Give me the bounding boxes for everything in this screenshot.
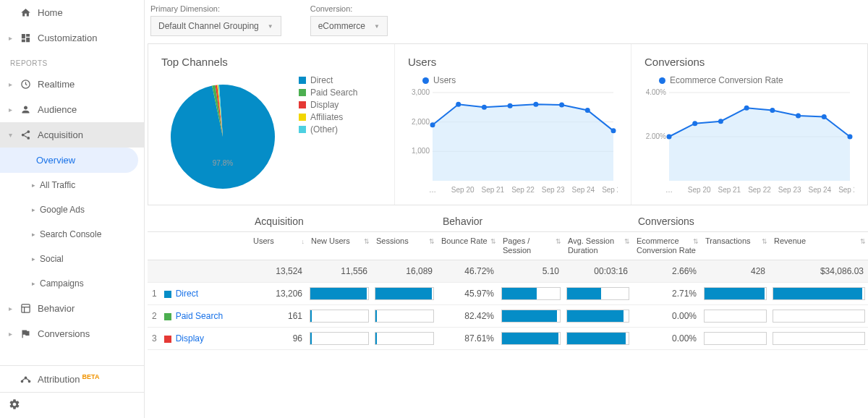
pie-chart[interactable]: 97.8% — [161, 75, 284, 198]
caret-down-icon: ▼ — [374, 23, 380, 30]
svg-point-6 — [28, 380, 30, 383]
nav-search-console[interactable]: ▸Search Console — [0, 222, 144, 247]
share-icon — [19, 129, 32, 140]
nav-acquisition[interactable]: ▾ Acquisition — [0, 122, 144, 148]
col-header[interactable]: Bounce Rate⇅ — [437, 232, 498, 260]
gear-icon — [9, 401, 20, 412]
bar-indicator — [773, 332, 865, 345]
conversions-line-chart[interactable]: 2.00%4.00%…Sep 20Sep 21Sep 22Sep 23Sep 2… — [644, 88, 854, 197]
group-acquisition: Acquisition — [249, 208, 437, 231]
svg-point-21 — [585, 108, 590, 113]
group-conversions: Conversions — [632, 208, 868, 231]
legend-item[interactable]: Affiliates — [299, 112, 357, 122]
col-header[interactable]: New Users⇅ — [307, 232, 372, 260]
card-title: Conversions — [644, 56, 854, 68]
expand-arrow-icon: ▸ — [32, 255, 35, 263]
nav-conversions[interactable]: ▸ Conversions — [0, 321, 144, 346]
nav-social[interactable]: ▸Social — [0, 247, 144, 271]
nav-realtime[interactable]: ▸ Realtime — [0, 72, 144, 97]
svg-point-35 — [692, 121, 697, 126]
expand-arrow-icon: ▸ — [9, 106, 14, 114]
expand-arrow-icon: ▸ — [32, 280, 35, 287]
users-legend[interactable]: Users — [422, 75, 618, 85]
svg-point-2 — [21, 134, 24, 137]
nav-audience-label: Audience — [38, 104, 77, 115]
svg-text:…: … — [429, 186, 436, 194]
legend-item[interactable]: Paid Search — [299, 88, 357, 98]
home-icon — [19, 7, 32, 18]
reports-section-label: REPORTS — [0, 51, 144, 72]
expand-arrow-icon: ▸ — [9, 34, 14, 42]
svg-text:Sep 21: Sep 21 — [481, 186, 504, 194]
nav-customization-label: Customization — [38, 33, 97, 43]
clock-icon — [19, 79, 32, 90]
legend-item[interactable]: Display — [299, 100, 357, 110]
nav-google-ads[interactable]: ▸Google Ads — [0, 197, 144, 222]
nav-attribution[interactable]: AttributionBETA — [0, 366, 144, 392]
settings-button[interactable] — [0, 392, 144, 418]
users-line-chart[interactable]: 1,0002,0003,000…Sep 20Sep 21Sep 22Sep 23… — [408, 88, 618, 197]
nav-home[interactable]: Home — [0, 0, 144, 25]
nav-audience[interactable]: ▸ Audience — [0, 97, 144, 122]
bar-indicator — [566, 287, 629, 300]
pie-legend: DirectPaid SearchDisplayAffiliates(Other… — [299, 75, 357, 137]
svg-text:…: … — [665, 186, 673, 194]
card-conversions: Conversions Ecommerce Conversion Rate 2.… — [631, 44, 867, 205]
expand-arrow-icon: ▸ — [9, 330, 14, 338]
svg-point-36 — [718, 119, 723, 124]
svg-point-34 — [667, 135, 672, 140]
svg-text:Sep 23: Sep 23 — [778, 186, 801, 194]
svg-point-16 — [456, 102, 461, 107]
primary-dimension-dropdown[interactable]: Default Channel Grouping ▼ — [150, 16, 281, 36]
card-top-channels: Top Channels 97.8% DirectPaid SearchDisp… — [148, 44, 394, 205]
col-header[interactable]: Transactions⇅ — [701, 232, 770, 260]
nav-behavior[interactable]: ▸ Behavior — [0, 296, 144, 321]
bar-indicator — [566, 310, 629, 323]
nav-overview[interactable]: Overview — [0, 148, 138, 173]
attribution-icon — [19, 373, 32, 384]
col-header[interactable]: Ecommerce Conversion Rate⇅ — [632, 232, 701, 260]
col-header[interactable]: Revenue⇅ — [770, 232, 868, 260]
dot-icon — [659, 77, 665, 84]
svg-point-40 — [822, 114, 827, 119]
legend-swatch — [299, 126, 306, 133]
nav-campaigns[interactable]: ▸Campaigns — [0, 271, 144, 296]
legend-swatch — [299, 89, 306, 96]
svg-text:Sep 24: Sep 24 — [571, 186, 595, 194]
legend-item[interactable]: (Other) — [299, 124, 357, 135]
col-header[interactable]: Pages / Session⇅ — [498, 232, 563, 260]
nav-all-traffic[interactable]: ▸All Traffic — [0, 173, 144, 197]
col-header[interactable]: Users↓ — [249, 232, 307, 260]
svg-text:Sep 25: Sep 25 — [838, 186, 854, 194]
group-behavior: Behavior — [437, 208, 632, 231]
svg-text:1,000: 1,000 — [412, 147, 430, 155]
nav-home-label: Home — [38, 7, 63, 18]
svg-text:Sep 20: Sep 20 — [451, 186, 475, 194]
col-header[interactable]: Sessions⇅ — [372, 232, 437, 260]
row-label[interactable]: 2Paid Search — [148, 305, 249, 328]
legend-item[interactable]: Direct — [299, 75, 357, 85]
card-title: Users — [408, 56, 618, 68]
svg-text:Sep 22: Sep 22 — [511, 186, 535, 194]
card-title: Top Channels — [161, 56, 381, 68]
nav-attribution-label: AttributionBETA — [38, 373, 99, 385]
conversions-legend[interactable]: Ecommerce Conversion Rate — [659, 75, 854, 85]
bar-indicator — [501, 310, 561, 323]
row-label[interactable]: 1Direct — [148, 283, 249, 305]
totals-row: 13,52411,55616,08946.72%5.1000:03:162.66… — [148, 260, 868, 283]
svg-rect-4 — [21, 304, 29, 312]
svg-text:Sep 22: Sep 22 — [748, 186, 771, 194]
expand-arrow-icon: ▸ — [32, 182, 35, 189]
bar-indicator — [773, 310, 865, 323]
col-header[interactable]: Avg. Session Duration⇅ — [563, 232, 632, 260]
svg-point-38 — [770, 108, 775, 113]
expand-arrow-icon: ▸ — [32, 206, 35, 213]
primary-dimension-label: Primary Dimension: — [150, 4, 281, 13]
row-label[interactable]: 3Display — [148, 328, 249, 350]
svg-text:3,000: 3,000 — [412, 88, 430, 96]
nav-customization[interactable]: ▸ Customization — [0, 25, 144, 51]
conversion-dropdown[interactable]: eCommerce ▼ — [310, 16, 388, 36]
nav-overview-label: Overview — [36, 155, 75, 166]
svg-point-39 — [796, 114, 801, 119]
svg-text:Sep 21: Sep 21 — [718, 186, 741, 194]
